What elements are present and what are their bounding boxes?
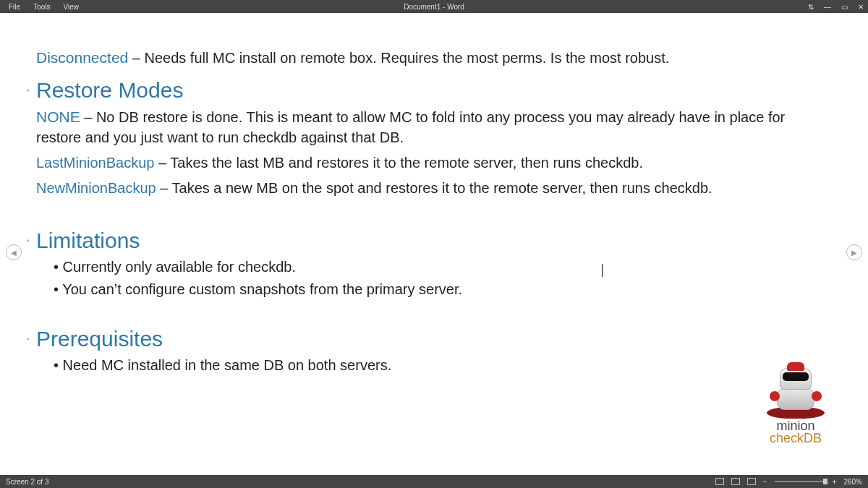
view-mode-print-icon[interactable] <box>731 478 740 485</box>
status-page-indicator[interactable]: Screen 2 of 3 <box>6 478 48 486</box>
brand-logo: minion checkDB <box>745 368 846 446</box>
mode-last-line: LastMinionBackup – Takes the last MB and… <box>36 153 832 173</box>
view-mode-web-icon[interactable] <box>747 478 756 485</box>
list-item: Need MC installed in the same DB on both… <box>54 356 832 375</box>
zoom-in-button[interactable]: + <box>833 478 837 486</box>
disconnected-line: Disconnected – Needs full MC install on … <box>36 48 832 68</box>
desc-new: – Takes a new MB on the spot and restore… <box>156 180 712 196</box>
zoom-level[interactable]: 260% <box>843 478 862 486</box>
heading-limitations: Limitations <box>36 228 832 253</box>
menu-tools[interactable]: Tools <box>33 3 50 11</box>
robot-icon <box>767 368 825 419</box>
zoom-slider-thumb[interactable] <box>823 479 827 484</box>
menu-view[interactable]: View <box>63 3 79 11</box>
desc-disconnected: – Needs full MC install on remote box. R… <box>128 50 669 66</box>
view-mode-read-icon[interactable] <box>715 478 724 485</box>
term-newminionbackup: NewMinionBackup <box>36 180 156 196</box>
title-bar: File Tools View Document1 - Word ⇅ — ▭ ✕ <box>0 0 868 13</box>
mode-none-line: NONE – No DB restore is done. This is me… <box>36 107 832 147</box>
logo-text: minion checkDB <box>745 419 846 446</box>
term-lastminionbackup: LastMinionBackup <box>36 155 154 171</box>
text-cursor-icon <box>602 264 603 277</box>
close-button[interactable]: ✕ <box>858 3 864 11</box>
list-item: You can’t configure custom snapshots fro… <box>54 280 832 299</box>
window-title: Document1 - Word <box>404 3 464 11</box>
desc-last: – Takes the last MB and restores it to t… <box>154 155 643 171</box>
mode-new-line: NewMinionBackup – Takes a new MB on the … <box>36 179 832 198</box>
heading-prerequisites: Prerequisites <box>36 327 832 351</box>
minimize-button[interactable]: — <box>824 3 831 11</box>
term-none: NONE <box>36 108 80 125</box>
zoom-slider[interactable] <box>775 481 825 482</box>
next-page-button[interactable]: ▶ <box>846 244 862 260</box>
menu-file[interactable]: File <box>9 3 20 11</box>
window-controls: ⇅ — ▭ ✕ <box>808 0 864 13</box>
document-viewport[interactable]: ◀ ▶ Disconnected – Needs full MC install… <box>0 13 868 475</box>
share-icon[interactable]: ⇅ <box>808 3 814 11</box>
prev-page-button[interactable]: ◀ <box>6 244 22 260</box>
maximize-button[interactable]: ▭ <box>841 3 848 11</box>
status-bar: Screen 2 of 3 − + 260% <box>0 475 868 488</box>
menu-bar: File Tools View <box>0 3 79 11</box>
logo-product: checkDB <box>745 431 846 446</box>
limitations-list: Currently only available for checkdb. Yo… <box>36 257 832 299</box>
heading-restore-modes: Restore Modes <box>36 78 832 103</box>
document-page: Disconnected – Needs full MC install on … <box>0 13 868 393</box>
zoom-out-button[interactable]: − <box>763 478 767 486</box>
list-item: Currently only available for checkdb. <box>54 257 832 277</box>
prerequisites-list: Need MC installed in the same DB on both… <box>36 356 832 375</box>
term-disconnected: Disconnected <box>36 49 128 66</box>
desc-none: – No DB restore is done. This is meant t… <box>36 109 785 145</box>
